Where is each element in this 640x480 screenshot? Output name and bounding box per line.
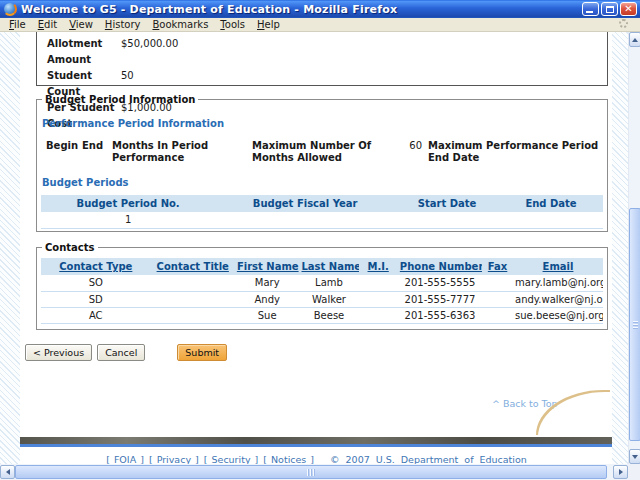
end-date-header: End Date [499, 195, 603, 212]
fax-sort-link[interactable]: Fax [488, 261, 507, 272]
phone-number-cell: 201-555-6363 [398, 307, 482, 323]
mi-sort-link[interactable]: M.I. [368, 261, 389, 272]
maximize-button[interactable] [601, 2, 618, 16]
first-name-header: First Name [235, 258, 300, 275]
bracket: [ [263, 454, 267, 464]
summary-row: Allotment Amount $50,000.00 [47, 36, 607, 68]
cancel-button[interactable]: Cancel [97, 344, 145, 361]
previous-button[interactable]: < Previous [25, 344, 92, 361]
action-buttons: < Previous Cancel Submit [25, 344, 227, 361]
right-arrow-icon [619, 469, 623, 475]
bracket: ] [310, 454, 314, 464]
back-to-top-link[interactable]: ^ Back to Top [492, 398, 558, 409]
submit-button[interactable]: Submit [177, 344, 227, 361]
scroll-down-button[interactable] [629, 449, 640, 464]
allotment-amount-value: $50,000.00 [121, 36, 178, 68]
firefox-icon [4, 3, 16, 15]
fax-cell [482, 307, 513, 323]
security-link[interactable]: Security [212, 454, 251, 464]
email-cell: andy.walker@nj.org [513, 291, 603, 307]
menu-view[interactable]: View [63, 18, 99, 31]
phone-number-cell: 201-555-5555 [398, 275, 482, 291]
mi-cell [359, 275, 398, 291]
vertical-scrollbar-thumb[interactable] [629, 208, 640, 441]
horizontal-scrollbar-thumb[interactable] [15, 465, 607, 479]
copyright-text: © 2007 U.S. Department of Education [330, 454, 527, 464]
menu-file[interactable]: File [3, 18, 32, 31]
maximize-icon [606, 6, 614, 13]
budget-periods-header: Budget Periods [42, 177, 603, 188]
scroll-left-button[interactable] [0, 465, 15, 479]
contact-title-cell [151, 307, 235, 323]
mi-cell [359, 291, 398, 307]
contact-title-header: Contact Title [151, 258, 235, 275]
contact-title-cell [151, 275, 235, 291]
contact-row: SO Mary Lamb 201-555-5555 mary.lamb@nj.o… [41, 275, 603, 291]
email-sort-link[interactable]: Email [543, 261, 574, 272]
horizontal-scrollbar[interactable] [0, 464, 628, 480]
last-name-sort-link[interactable]: Last Name [302, 261, 359, 272]
bracket: [ [149, 454, 153, 464]
budget-periods-table: Budget Period No. Budget Fiscal Year Sta… [41, 195, 603, 229]
page-viewport: Allotment Amount $50,000.00 Student Coun… [0, 32, 628, 464]
contact-title-sort-link[interactable]: Contact Title [157, 261, 229, 272]
begin-label: Begin [46, 140, 82, 164]
max-months-allowed-label: Maximum Number Of Months Allowed [252, 140, 402, 164]
left-arrow-icon [6, 469, 10, 475]
budget-period-no-header: Budget Period No. [41, 195, 215, 212]
footer-divider-bar [20, 437, 612, 447]
throbber-icon [619, 19, 628, 28]
max-months-value: 60 [402, 140, 422, 164]
minimize-button[interactable] [582, 2, 599, 16]
close-button[interactable]: ✕ [620, 2, 637, 16]
scroll-up-button[interactable] [629, 32, 640, 47]
last-name-cell: Lamb [300, 275, 359, 291]
menu-edit[interactable]: Edit [32, 18, 63, 31]
up-arrow-icon [632, 38, 638, 42]
window-controls: ✕ [582, 2, 637, 16]
foia-link[interactable]: FOIA [114, 454, 136, 464]
menu-tools[interactable]: Tools [214, 18, 251, 31]
first-name-cell: Mary [235, 275, 300, 291]
contact-row: AC Sue Beese 201-555-6363 sue.beese@nj.o… [41, 307, 603, 323]
last-name-cell: Beese [300, 307, 359, 323]
end-date-cell [499, 212, 603, 228]
menu-bookmarks[interactable]: Bookmarks [146, 18, 214, 31]
performance-period-header: Performance Period Information [42, 118, 603, 129]
bracket: ] [195, 454, 199, 464]
window-title: Welcome to G5 - Department of Education … [21, 3, 582, 16]
email-cell: sue.beese@nj.org [513, 307, 603, 323]
first-name-cell: Andy [235, 291, 300, 307]
bracket: ] [140, 454, 144, 464]
vertical-scrollbar[interactable] [628, 32, 640, 464]
fax-cell [482, 291, 513, 307]
scroll-right-button[interactable] [613, 465, 628, 479]
fax-header: Fax [482, 258, 513, 275]
allotment-amount-label: Allotment Amount [47, 36, 121, 68]
last-name-header: Last Name [300, 258, 359, 275]
contact-type-cell: SD [41, 291, 151, 307]
budget-fiscal-year-cell [215, 212, 395, 228]
contact-type-header: Contact Type [41, 258, 151, 275]
content-panel: Allotment Amount $50,000.00 Student Coun… [20, 32, 612, 464]
scrollbar-corner [628, 464, 640, 480]
menu-history[interactable]: History [99, 18, 147, 31]
phone-number-sort-link[interactable]: Phone Number [400, 261, 482, 272]
close-icon: ✕ [624, 4, 632, 14]
fax-cell [482, 275, 513, 291]
menubar: File Edit View History Bookmarks Tools H… [0, 18, 640, 32]
bracket: [ [106, 454, 110, 464]
contacts-fieldset: Contacts Contact Type Contact Title Firs… [36, 242, 608, 330]
email-cell: mary.lamb@nj.org [513, 275, 603, 291]
mi-cell [359, 307, 398, 323]
first-name-sort-link[interactable]: First Name [237, 261, 299, 272]
notices-link[interactable]: Notices [271, 454, 306, 464]
contact-type-sort-link[interactable]: Contact Type [59, 261, 132, 272]
bracket: ] [255, 454, 259, 464]
budget-fiscal-year-header: Budget Fiscal Year [215, 195, 395, 212]
footer: [FOIA] [Privacy] [Security] [Notices] © … [20, 454, 612, 464]
privacy-link[interactable]: Privacy [157, 454, 191, 464]
contact-title-cell [151, 291, 235, 307]
performance-fields-row: Begin End Months In Period Performance M… [46, 140, 603, 164]
menu-help[interactable]: Help [251, 18, 286, 31]
